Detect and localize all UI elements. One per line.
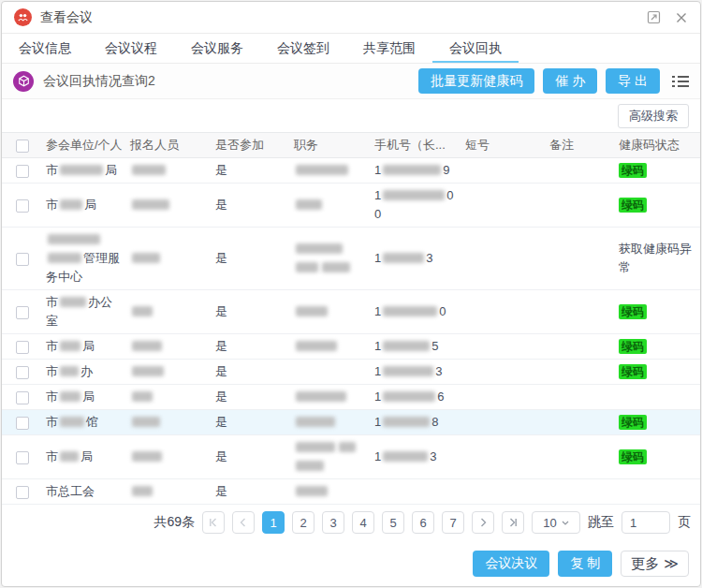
table-row[interactable]: 管理服务中心是13获取健康码异常	[2, 228, 700, 290]
table-row[interactable]: 市馆是18绿码	[2, 410, 700, 435]
redacted-text	[48, 253, 81, 263]
health-status-cell: 绿码	[619, 413, 700, 432]
phone-cell: 16	[374, 388, 465, 406]
section-title: 会议回执情况查询2	[43, 73, 155, 90]
person-cell	[130, 161, 215, 180]
table-row[interactable]: 市总工会是	[2, 479, 700, 505]
page-number-button[interactable]: 7	[442, 511, 464, 534]
table-row[interactable]: 市办是13绿码	[2, 360, 700, 385]
cell-text: 1	[374, 188, 381, 202]
page-number-button[interactable]: 2	[292, 511, 314, 534]
redacted-text	[296, 417, 335, 427]
cube-icon	[13, 71, 34, 92]
tab-item[interactable]: 会议信息	[2, 34, 88, 63]
page-number-button[interactable]: 3	[322, 511, 344, 534]
double-chevron-icon: ≫	[664, 555, 679, 572]
redacted-text	[60, 297, 86, 307]
redacted-text	[132, 391, 153, 402]
cell-text: 1	[374, 163, 381, 177]
cell-text: 3	[426, 251, 432, 265]
redacted-text	[296, 442, 335, 452]
attend-cell: 是	[215, 196, 294, 214]
search-row: 高级搜索	[2, 99, 700, 132]
unit-cell: 市局	[46, 161, 130, 180]
row-checkbox[interactable]	[16, 486, 29, 499]
more-button[interactable]: 更多 ≫	[621, 551, 689, 577]
footer-actions: 会议决议 复 制 更多 ≫	[473, 551, 689, 577]
page-number-button[interactable]: 1	[262, 511, 285, 534]
close-icon[interactable]	[675, 11, 688, 24]
cell-text: 市	[46, 415, 58, 429]
row-checkbox[interactable]	[16, 341, 29, 354]
phone-cell: 19	[374, 161, 465, 180]
cell-text: 市	[46, 449, 58, 463]
redacted-text	[60, 451, 79, 462]
table-row[interactable]: 市局是15绿码	[2, 334, 700, 360]
table-row[interactable]: 市局是19绿码	[2, 158, 700, 184]
advanced-search-button[interactable]: 高级搜索	[618, 104, 689, 128]
table-row[interactable]: 市局是16	[2, 385, 700, 410]
cell-text: 局	[82, 390, 95, 404]
prev-page-button[interactable]	[232, 511, 255, 534]
first-page-button[interactable]	[202, 511, 225, 534]
next-page-button[interactable]	[472, 511, 494, 534]
cell-text: 1	[374, 364, 381, 378]
row-checkbox[interactable]	[16, 417, 29, 430]
receipt-table: 参会单位/个人报名人员是否参加职务手机号（长...短号备注健康码状态 市局是19…	[2, 132, 700, 505]
page-number-button[interactable]: 6	[412, 511, 434, 534]
last-page-button[interactable]	[502, 511, 524, 534]
table-row[interactable]: 市办公室是10绿码	[2, 290, 700, 334]
row-checkbox[interactable]	[16, 165, 29, 178]
page-number-button[interactable]: 5	[382, 511, 404, 534]
redacted-text	[296, 391, 346, 402]
row-checkbox-cell	[2, 302, 46, 321]
cell-text: 馆	[86, 415, 98, 429]
attend-cell: 是	[215, 337, 294, 356]
jump-page-input[interactable]	[622, 511, 670, 534]
page-size-select[interactable]: 10	[532, 511, 580, 534]
row-checkbox[interactable]	[16, 253, 29, 266]
row-checkbox-cell	[2, 196, 46, 214]
tab-bar: 会议信息会议议程会议服务会议签到共享范围会议回执	[2, 34, 700, 64]
toolbar-action-button[interactable]: 导 出	[606, 68, 660, 94]
row-checkbox[interactable]	[16, 391, 29, 404]
person-cell	[130, 448, 215, 466]
cell-text: 局	[84, 198, 96, 212]
select-all-checkbox[interactable]	[16, 140, 29, 153]
table-header-row: 参会单位/个人报名人员是否参加职务手机号（长...短号备注健康码状态	[2, 132, 700, 158]
cell-text: 1	[374, 304, 381, 318]
cell-text: 市	[46, 339, 58, 353]
position-cell	[294, 482, 374, 501]
meeting-resolution-button[interactable]: 会议决议	[473, 551, 549, 577]
redacted-text	[60, 199, 82, 210]
section-header: 会议回执情况查询2 批量更新健康码催 办导 出	[2, 64, 700, 99]
page-number-button[interactable]: 4	[352, 511, 374, 534]
toolbar-action-button[interactable]: 批量更新健康码	[418, 68, 534, 94]
redacted-text	[132, 366, 164, 376]
unit-cell: 市局	[46, 196, 130, 214]
row-checkbox[interactable]	[16, 451, 29, 464]
person-cell	[130, 337, 215, 356]
person-cell	[130, 249, 215, 268]
copy-button[interactable]: 复 制	[558, 551, 612, 577]
cell-text: 1	[374, 449, 381, 463]
table-row[interactable]: 市局是100绿码	[2, 184, 700, 228]
row-checkbox[interactable]	[16, 366, 29, 379]
expand-icon[interactable]	[647, 10, 661, 24]
column-header: 健康码状态	[619, 136, 700, 154]
redacted-text	[132, 486, 153, 496]
tab-item[interactable]: 会议服务	[174, 34, 260, 63]
list-icon[interactable]	[672, 75, 689, 88]
row-checkbox[interactable]	[16, 199, 29, 213]
redacted-text	[383, 391, 435, 402]
attend-cell: 是	[215, 302, 294, 321]
toolbar-action-button[interactable]: 催 办	[543, 68, 597, 94]
redacted-text	[296, 243, 343, 254]
tab-item[interactable]: 会议议程	[88, 34, 174, 63]
row-checkbox[interactable]	[16, 306, 29, 319]
tab-item[interactable]: 会议签到	[260, 34, 346, 63]
tab-item[interactable]: 共享范围	[346, 34, 432, 63]
table-row[interactable]: 市局是13绿码	[2, 435, 700, 479]
tab-item[interactable]: 会议回执	[432, 34, 519, 63]
unit-cell: 市办	[46, 362, 130, 381]
